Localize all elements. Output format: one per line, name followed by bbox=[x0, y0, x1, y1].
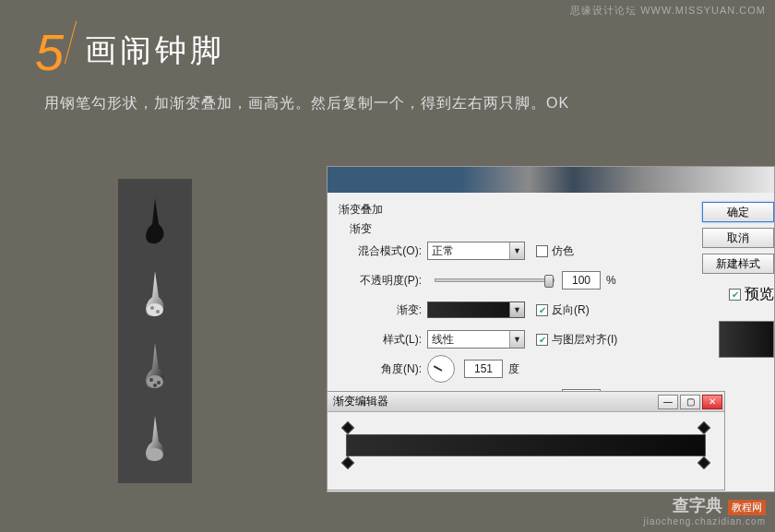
watermark-top: 思缘设计论坛 WWW.MISSYUAN.COM bbox=[570, 4, 766, 18]
step-number: 5 bbox=[35, 22, 64, 82]
foot-variants-panel bbox=[118, 179, 192, 483]
style-value: 线性 bbox=[432, 332, 454, 348]
blend-mode-label: 混合模式(O): bbox=[350, 243, 422, 259]
reverse-checkbox[interactable]: ✔ bbox=[536, 304, 548, 316]
clock-foot-silhouette-icon bbox=[137, 195, 173, 250]
chevron-down-icon: ▼ bbox=[509, 242, 524, 259]
new-style-button[interactable]: 新建样式 bbox=[702, 254, 774, 274]
clock-foot-highlight-icon bbox=[137, 267, 173, 323]
svg-point-2 bbox=[156, 310, 160, 313]
svg-point-0 bbox=[147, 303, 163, 316]
watermark-url: jiaocheng.chazidian.com bbox=[643, 516, 766, 526]
gradient-editor-title: 渐变编辑器 bbox=[333, 394, 388, 409]
gradient-swatch[interactable]: ▼ bbox=[427, 301, 525, 318]
svg-point-7 bbox=[147, 448, 163, 461]
watermark-tag: 教程网 bbox=[728, 500, 766, 515]
reverse-label: 反向(R) bbox=[552, 302, 590, 318]
blend-mode-select[interactable]: 正常 ▼ bbox=[427, 242, 525, 260]
angle-unit: 度 bbox=[508, 361, 519, 377]
style-select[interactable]: 线性 ▼ bbox=[427, 330, 525, 349]
minimize-button[interactable]: — bbox=[658, 395, 678, 409]
cancel-button[interactable]: 取消 bbox=[702, 228, 774, 248]
gradient-editor-window: 渐变编辑器 — ▢ ✕ bbox=[327, 391, 725, 491]
color-stop-right[interactable] bbox=[698, 456, 710, 469]
clock-foot-final-icon bbox=[137, 412, 173, 467]
svg-point-5 bbox=[157, 381, 161, 384]
angle-input[interactable]: 151 bbox=[464, 360, 503, 378]
svg-point-1 bbox=[150, 306, 154, 310]
opacity-label: 不透明度(P): bbox=[350, 273, 422, 289]
step-description: 用钢笔勾形状，加渐变叠加，画高光。然后复制一个，得到左右两只脚。OK bbox=[44, 94, 569, 113]
dither-checkbox[interactable] bbox=[536, 245, 548, 257]
step-divider bbox=[65, 21, 77, 65]
watermark-bottom: 查字典 教程网 jiaocheng.chazidian.com bbox=[643, 494, 766, 526]
step-title: 画闹钟脚 bbox=[85, 30, 225, 72]
blend-mode-value: 正常 bbox=[432, 243, 454, 259]
opacity-slider[interactable] bbox=[435, 278, 554, 282]
angle-dial[interactable] bbox=[427, 355, 455, 383]
color-stop-left[interactable] bbox=[341, 456, 354, 469]
svg-point-6 bbox=[153, 384, 157, 387]
style-label: 样式(L): bbox=[350, 332, 422, 348]
maximize-button[interactable]: ▢ bbox=[680, 395, 700, 409]
gradient-label: 渐变: bbox=[350, 302, 422, 318]
dialog-titlebar[interactable] bbox=[328, 167, 774, 193]
opacity-input[interactable]: 100 bbox=[562, 271, 601, 290]
watermark-brand: 查字典 bbox=[673, 496, 722, 514]
chevron-down-icon[interactable]: ▼ bbox=[509, 302, 524, 317]
close-button[interactable]: ✕ bbox=[702, 395, 722, 409]
ok-button[interactable]: 确定 bbox=[702, 202, 774, 222]
preview-swatch bbox=[719, 321, 774, 358]
opacity-unit: % bbox=[606, 274, 616, 287]
align-checkbox[interactable]: ✔ bbox=[536, 334, 548, 346]
dither-label: 仿色 bbox=[552, 243, 574, 259]
align-label: 与图层对齐(I) bbox=[552, 332, 617, 348]
svg-point-4 bbox=[149, 378, 153, 382]
preview-label: 预览 bbox=[745, 285, 774, 304]
chevron-down-icon: ▼ bbox=[509, 331, 524, 348]
gradient-editor-titlebar[interactable]: 渐变编辑器 — ▢ ✕ bbox=[328, 392, 724, 412]
clock-foot-shaded-icon bbox=[137, 339, 173, 395]
gradient-strip[interactable] bbox=[346, 434, 706, 456]
preview-checkbox[interactable]: ✔ bbox=[729, 289, 741, 301]
angle-label: 角度(N): bbox=[350, 361, 422, 377]
